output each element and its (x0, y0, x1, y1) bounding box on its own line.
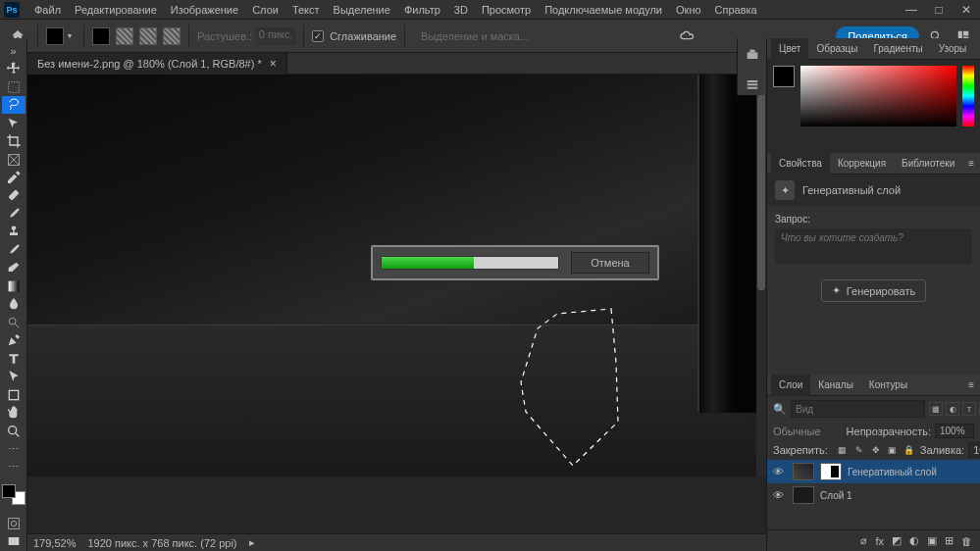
pen-tool[interactable] (2, 332, 26, 349)
cloud-icon[interactable] (676, 25, 697, 47)
menu-file[interactable]: Файл (27, 0, 68, 20)
prompt-input[interactable] (775, 228, 972, 264)
layer-mask-icon[interactable]: ◩ (892, 534, 902, 547)
type-tool[interactable] (2, 350, 26, 367)
eyedropper-tool[interactable] (2, 169, 26, 185)
new-layer-icon[interactable]: ⊞ (945, 534, 954, 547)
layer-name[interactable]: Генеративный слой (848, 467, 937, 477)
layer-mask-thumbnail[interactable] (820, 463, 842, 480)
crop-tool[interactable] (2, 132, 26, 149)
lock-position-icon[interactable]: ✥ (869, 443, 883, 457)
selection-mode-new[interactable]: ▾ (46, 27, 76, 45)
maximize-button[interactable]: □ (925, 0, 953, 20)
color-picker[interactable] (800, 66, 956, 126)
menu-view[interactable]: Просмотр (475, 0, 538, 20)
stamp-tool[interactable] (2, 224, 26, 240)
filter-type-icon[interactable]: T (962, 402, 976, 416)
layers-panel-menu[interactable]: ≡ (962, 379, 980, 390)
minimize-button[interactable]: — (898, 0, 925, 20)
visibility-icon[interactable]: 👁 (773, 489, 787, 501)
hand-tool[interactable] (2, 404, 26, 421)
selection-mode-overlap[interactable] (163, 27, 181, 45)
dock-icon-1[interactable] (742, 44, 763, 66)
blur-tool[interactable] (2, 296, 26, 313)
path-select-tool[interactable] (2, 368, 26, 384)
healing-tool[interactable] (2, 187, 26, 204)
layer-name[interactable]: Слой 1 (820, 490, 852, 501)
link-layers-icon[interactable]: ⌀ (860, 534, 867, 547)
lock-artboard-icon[interactable]: ▣ (886, 443, 900, 457)
layer-row[interactable]: 👁 Генеративный слой (767, 460, 980, 483)
feather-input[interactable]: 0 пикс. (256, 27, 295, 45)
tab-channels[interactable]: Каналы (810, 375, 861, 396)
zoom-level[interactable]: 179,52% (33, 537, 76, 549)
tab-libraries[interactable]: Библиотеки (894, 153, 962, 175)
dodge-tool[interactable] (2, 314, 26, 330)
document-tab[interactable]: Без имени-2.png @ 180% (Слой 1, RGB/8#) … (27, 53, 287, 75)
shape-tool[interactable] (2, 386, 26, 403)
tab-color[interactable]: Цвет (771, 38, 808, 60)
edit-toolbar[interactable]: ⋯ (2, 459, 26, 476)
object-select-tool[interactable] (2, 115, 26, 131)
menu-3d[interactable]: 3D (447, 0, 475, 20)
selection-mode-add[interactable] (92, 27, 110, 45)
dock-icon-2[interactable] (742, 74, 763, 95)
lock-paint-icon[interactable]: ✎ (852, 443, 866, 457)
color-swatches[interactable] (2, 484, 26, 505)
eraser-tool[interactable] (2, 260, 26, 276)
menu-text[interactable]: Текст (285, 0, 327, 20)
blend-mode-select[interactable]: Обычные (773, 426, 821, 437)
color-panel-swatch[interactable] (773, 66, 795, 87)
menu-help[interactable]: Справка (708, 0, 764, 20)
tab-patterns[interactable]: Узоры (931, 38, 975, 60)
visibility-icon[interactable]: 👁 (773, 466, 787, 477)
layer-row[interactable]: 👁 Слой 1 (767, 483, 980, 507)
document-info[interactable]: 1920 пикс. x 768 пикс. (72 ppi) (87, 537, 236, 549)
quickmask-tool[interactable] (2, 515, 26, 531)
menu-image[interactable]: Изображение (164, 0, 245, 20)
lock-pixels-icon[interactable]: ▦ (836, 443, 850, 457)
lock-all-icon[interactable]: 🔒 (903, 443, 916, 457)
close-tab-icon[interactable]: × (270, 57, 277, 71)
adjustment-layer-icon[interactable]: ◐ (909, 534, 919, 547)
status-arrow-icon[interactable]: ▸ (249, 536, 255, 549)
layer-thumbnail[interactable] (793, 463, 814, 480)
antialias-checkbox[interactable] (312, 30, 324, 42)
opacity-input[interactable]: 100% (935, 424, 974, 438)
cancel-button[interactable]: Отмена (571, 252, 649, 274)
tab-layers[interactable]: Слои (771, 375, 810, 396)
fill-input[interactable]: 100% (968, 442, 980, 458)
more-tools[interactable]: ⋯ (2, 440, 26, 457)
layer-thumbnail[interactable] (793, 486, 814, 504)
tab-adjustments[interactable]: Коррекция (830, 153, 894, 175)
menu-edit[interactable]: Редактирование (68, 0, 164, 20)
frame-tool[interactable] (2, 151, 26, 168)
vertical-scrollbar[interactable] (756, 75, 766, 476)
close-button[interactable]: ✕ (953, 0, 980, 20)
menu-layers[interactable]: Слои (245, 0, 285, 20)
selection-mode-intersect[interactable] (139, 27, 157, 45)
filter-adjust-icon[interactable]: ◐ (946, 402, 959, 416)
history-brush-tool[interactable] (2, 241, 26, 258)
screenmode-tool[interactable] (2, 533, 26, 550)
group-icon[interactable]: ▣ (927, 534, 937, 547)
layer-fx-icon[interactable]: fx (875, 535, 884, 547)
move-tool[interactable] (2, 60, 26, 76)
filter-pixel-icon[interactable]: ▦ (929, 402, 943, 416)
fg-color-swatch[interactable] (2, 484, 16, 498)
properties-panel-menu[interactable]: ≡ (962, 158, 980, 169)
gradient-tool[interactable] (2, 277, 26, 294)
menu-select[interactable]: Выделение (327, 0, 397, 20)
selection-mode-subtract[interactable] (116, 27, 133, 45)
select-and-mask-button[interactable]: Выделение и маска... (413, 28, 537, 44)
tab-swatches[interactable]: Образцы (808, 38, 865, 60)
color-panel-menu[interactable]: ≡ (974, 43, 980, 54)
menu-window[interactable]: Окно (669, 0, 708, 20)
lasso-tool[interactable] (2, 96, 26, 113)
tab-gradients[interactable]: Градиенты (865, 38, 930, 60)
menu-plugins[interactable]: Подключаемые модули (538, 0, 669, 20)
marquee-tool[interactable] (2, 78, 26, 95)
zoom-tool[interactable] (2, 423, 26, 439)
hue-slider[interactable] (962, 66, 974, 126)
brush-tool[interactable] (2, 205, 26, 222)
